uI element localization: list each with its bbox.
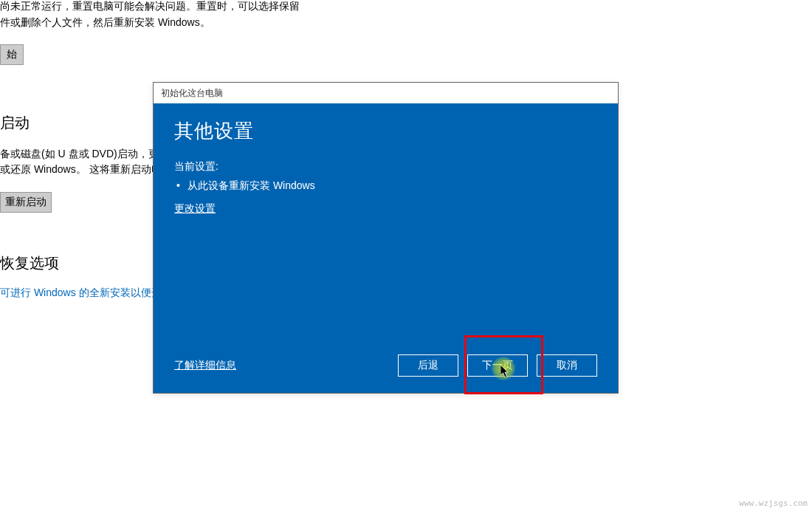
fresh-install-link[interactable]: 可进行 Windows 的全新安装以便开始 (0, 287, 172, 298)
current-settings-label: 当前设置: (174, 160, 597, 174)
dialog-body: 其他设置 当前设置: 从此设备重新安装 Windows 更改设置 了解详细信息 … (154, 103, 618, 393)
settings-list-item: 从此设备重新安装 Windows (174, 179, 597, 193)
next-button[interactable]: 下一页 (467, 354, 528, 377)
back-button[interactable]: 后退 (398, 354, 458, 377)
cancel-button[interactable]: 取消 (537, 354, 597, 377)
dialog-titlebar: 初始化这台电脑 (154, 83, 618, 103)
restart-button[interactable]: 重新启动 (0, 192, 52, 213)
settings-list: 从此设备重新安装 Windows (174, 179, 597, 193)
bg-text-line1: 尚未正常运行，重置电脑可能会解决问题。重置时，可以选择保留 (0, 0, 812, 13)
change-settings-link[interactable]: 更改设置 (174, 202, 216, 216)
start-button[interactable]: 始 (0, 44, 24, 65)
dialog-title: 其他设置 (174, 118, 597, 144)
watermark: www.wzjsgs.com (739, 498, 808, 508)
dialog-footer: 了解详细信息 后退 下一页 取消 (174, 354, 597, 377)
bg-text-line2: 件或删除个人文件，然后重新安装 Windows。 (0, 16, 812, 30)
learn-more-link[interactable]: 了解详细信息 (174, 359, 236, 372)
reset-pc-dialog: 初始化这台电脑 其他设置 当前设置: 从此设备重新安装 Windows 更改设置… (153, 82, 619, 394)
